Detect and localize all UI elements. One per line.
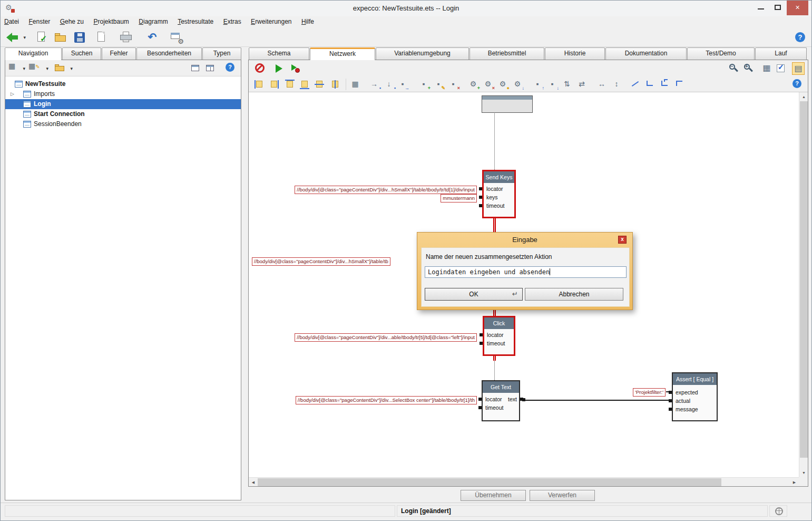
add-input-pin-icon[interactable]: →▪: [368, 78, 380, 91]
help-button[interactable]: ?: [795, 32, 805, 42]
tree-item-newtestsuite[interactable]: NewTestsuite: [5, 79, 241, 89]
maximize-button[interactable]: [770, 1, 786, 15]
expected-value-label[interactable]: 'Projektfilter:': [633, 388, 666, 397]
ok-button[interactable]: OK ↵: [425, 288, 523, 301]
save-button[interactable]: [72, 30, 87, 45]
connection-tree-icon[interactable]: [673, 78, 686, 91]
split-view-button[interactable]: [205, 62, 218, 74]
tab-lauf[interactable]: Lauf: [755, 47, 807, 60]
block-assert-equal[interactable]: Assert [ Equal ] expected actual message: [672, 372, 718, 421]
block-click[interactable]: Click locator timeout: [483, 316, 515, 356]
input-pin[interactable]: [669, 408, 672, 411]
tab-typen[interactable]: Typen: [202, 47, 241, 60]
dialog-close-button[interactable]: x: [618, 236, 627, 244]
editor-help-button[interactable]: ?: [793, 79, 801, 88]
data-connection-line[interactable]: [520, 400, 672, 401]
locator-value-label[interactable]: //body/div[@class="pageContentDiv"]/div.…: [295, 186, 477, 194]
show-report-button[interactable]: ▤: [792, 62, 805, 75]
selected-flow-line[interactable]: [493, 310, 496, 316]
vertical-scrollbar[interactable]: ▲ ▼: [799, 92, 808, 477]
selected-flow-line[interactable]: [493, 356, 496, 361]
tree-item-sessionbeenden[interactable]: SessionBeenden: [5, 119, 241, 129]
menu-projektbaum[interactable]: Projektbaum: [90, 16, 132, 28]
align-bottom-icon[interactable]: [298, 78, 311, 91]
menu-extras[interactable]: Extras: [220, 16, 245, 28]
menu-datei[interactable]: Datei: [1, 16, 23, 28]
diagram-canvas[interactable]: Send Keys locator keys timeout //body/di…: [249, 92, 808, 486]
pin-move-down-icon[interactable]: ▪↓: [546, 78, 559, 91]
distribute-horizontal-icon[interactable]: ↔: [595, 78, 608, 91]
recent-files-button[interactable]: ▾: [54, 62, 75, 74]
cancel-button[interactable]: Abbrechen: [525, 288, 623, 301]
block-send-keys[interactable]: Send Keys locator keys timeout: [482, 170, 516, 218]
align-right-icon[interactable]: [268, 78, 280, 91]
align-center-icon[interactable]: [329, 78, 341, 91]
input-pin[interactable]: [480, 342, 483, 345]
control-flow-line[interactable]: [494, 113, 495, 170]
tab-test-demo[interactable]: Test/Demo: [687, 47, 755, 60]
back-button[interactable]: ▾: [6, 30, 26, 45]
menu-hilfe[interactable]: Hilfe: [298, 16, 318, 28]
tree-item-start-connection[interactable]: Start Connection: [5, 109, 241, 119]
locator-value-label[interactable]: //body/div[@class="pageContentDiv"]/div.…: [295, 333, 477, 342]
action-edit-icon[interactable]: ⚙●: [496, 78, 509, 91]
zoom-out-button[interactable]: −: [728, 62, 740, 75]
tree-item-login[interactable]: Login: [5, 99, 241, 109]
keys-value-label[interactable]: mmustermann: [441, 194, 477, 202]
pin-add-icon[interactable]: ▪+: [417, 78, 430, 91]
close-button[interactable]: ×: [787, 1, 808, 15]
scroll-left-button[interactable]: ◀: [249, 478, 258, 486]
scroll-right-button[interactable]: ▶: [790, 478, 799, 486]
tab-fehler[interactable]: Fehler: [102, 47, 136, 60]
input-pin[interactable]: [479, 187, 482, 190]
connection-direct-icon[interactable]: [629, 78, 642, 91]
pin-mirror-icon[interactable]: ⇄: [575, 78, 588, 91]
tab-netzwerk[interactable]: Netzwerk: [310, 47, 375, 60]
tree-view-menu-button[interactable]: ▦ ▾: [8, 62, 25, 74]
control-flow-line[interactable]: [494, 361, 495, 380]
menu-fenster[interactable]: Fenster: [25, 16, 54, 28]
align-middle-icon[interactable]: [313, 78, 326, 91]
locator-value-label[interactable]: //body/div[@class="pageContentDiv"]/div.…: [296, 396, 477, 404]
pin-delete-icon[interactable]: ▪×: [447, 78, 459, 91]
tree-edit-menu-button[interactable]: ▦✎ ▾: [28, 62, 48, 74]
output-pin[interactable]: [520, 398, 523, 401]
vertical-scroll-thumb[interactable]: [800, 101, 808, 458]
new-document-button[interactable]: [94, 30, 109, 45]
remove-breakpoints-button[interactable]: [254, 62, 267, 75]
debug-run-button[interactable]: [289, 62, 301, 75]
auto-check-button[interactable]: ✓: [775, 62, 788, 75]
scroll-up-button[interactable]: ▲: [799, 92, 808, 101]
add-output-pin-icon[interactable]: ▪→: [396, 78, 409, 91]
project-tree[interactable]: NewTestsuite ▷ Imports Login Start Conne…: [5, 76, 241, 500]
back-dropdown-icon[interactable]: ▾: [23, 35, 26, 40]
selected-flow-line[interactable]: [493, 218, 496, 232]
align-left-icon[interactable]: [253, 78, 266, 91]
menu-erweiterungen[interactable]: Erweiterungen: [247, 16, 295, 28]
action-import-icon[interactable]: ⚙↓: [511, 78, 524, 91]
connection-stepped-icon[interactable]: [659, 78, 671, 91]
horizontal-scroll-thumb[interactable]: [258, 478, 721, 486]
tab-dokumentation[interactable]: Dokumentation: [605, 47, 687, 60]
connection-orthogonal-icon[interactable]: [644, 78, 657, 91]
block-get-text[interactable]: Get Text locator text timeout: [482, 380, 520, 421]
tab-besonderheiten[interactable]: Besonderheiten: [136, 47, 202, 60]
zoom-in-button[interactable]: +: [742, 62, 755, 75]
menu-testresultate[interactable]: Testresultate: [174, 16, 217, 28]
action-delete-icon[interactable]: ⚙×: [482, 78, 494, 91]
action-name-input[interactable]: Logindaten eingeben und absenden: [425, 266, 627, 278]
pin-edit-icon[interactable]: ▪✎: [432, 78, 445, 91]
tab-betriebsmittel[interactable]: Betriebsmittel: [469, 47, 544, 60]
run-button[interactable]: [273, 62, 286, 75]
show-grid-button[interactable]: ▦: [760, 62, 773, 75]
menu-gehe-zu[interactable]: Gehe zu: [56, 16, 87, 28]
navigation-help-button[interactable]: ?: [226, 63, 234, 72]
input-pin[interactable]: [669, 391, 672, 394]
discard-button[interactable]: Verwerfen: [530, 490, 595, 501]
block-partial-top[interactable]: [482, 95, 533, 113]
align-top-icon[interactable]: [283, 78, 296, 91]
input-pin[interactable]: [478, 398, 482, 401]
menu-diagramm[interactable]: Diagramm: [135, 16, 171, 28]
add-top-pin-icon[interactable]: ↓▪: [383, 78, 395, 91]
input-pin[interactable]: [669, 399, 672, 402]
